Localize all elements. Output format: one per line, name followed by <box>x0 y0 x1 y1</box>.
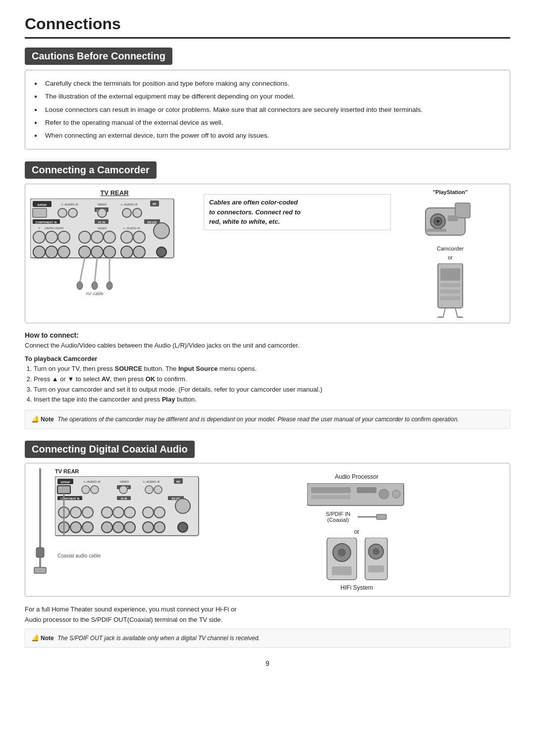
svg-point-12 <box>68 208 77 217</box>
coaxial-diagram: TV REAR S/PDIF L–AUDIO–R VIDEO L–AUDIO–R… <box>30 468 505 591</box>
svg-text:Y: Y <box>38 227 40 230</box>
svg-rect-61 <box>440 283 460 287</box>
svg-point-98 <box>113 507 124 518</box>
svg-point-111 <box>178 522 188 532</box>
svg-point-104 <box>70 522 81 533</box>
svg-point-106 <box>102 522 112 533</box>
svg-text:S/PDIF: S/PDIF <box>60 480 70 483</box>
svg-text:AV cable: AV cable <box>86 291 103 296</box>
svg-rect-69 <box>36 548 44 557</box>
svg-point-110 <box>154 522 165 533</box>
svg-point-97 <box>102 507 112 518</box>
svg-rect-63 <box>440 296 460 300</box>
svg-point-30 <box>79 231 91 243</box>
svg-text:COMPONENT IN: COMPONENT IN <box>60 497 80 500</box>
caution-item-1: Carefully check the terminals for positi… <box>34 77 501 90</box>
svg-point-29 <box>58 231 70 243</box>
svg-text:L–AUDIO–R: L–AUDIO–R <box>123 227 140 230</box>
caution-item-5: When connecting an external device, turn… <box>34 129 501 142</box>
svg-point-118 <box>379 489 389 499</box>
page-title: Connections <box>25 15 510 39</box>
note-icon: 🔔 <box>31 415 39 423</box>
svg-point-14 <box>122 208 131 217</box>
svg-point-27 <box>33 231 45 243</box>
camcorder-diagram-box: TV REAR S/PDIF L–AUDIO–R VIDEO L–AUDIO–R… <box>25 184 510 323</box>
coaxial-note-text: The S/PDIF OUT jack is available only wh… <box>57 635 260 642</box>
svg-text:VIDEO: VIDEO <box>98 227 107 230</box>
svg-text:L–AUDIO–R: L–AUDIO–R <box>61 203 78 206</box>
camcorder-diagram: TV REAR S/PDIF L–AUDIO–R VIDEO L–AUDIO–R… <box>30 189 505 318</box>
coaxial-cable-label: Coaxial audio cable <box>55 553 209 558</box>
camcorder-note-text: The operations of the camcorder may be d… <box>57 416 459 423</box>
svg-point-37 <box>46 246 57 258</box>
svg-rect-121 <box>376 514 386 519</box>
hifi-label: HIFi System <box>340 584 373 591</box>
svg-point-107 <box>113 522 124 533</box>
svg-text:AV IN: AV IN <box>98 221 105 224</box>
svg-point-42 <box>121 246 133 258</box>
svg-rect-114 <box>307 483 404 505</box>
svg-line-45 <box>80 258 85 283</box>
svg-rect-71 <box>34 567 46 573</box>
svg-point-13 <box>98 208 107 217</box>
svg-rect-60 <box>440 268 460 281</box>
svg-point-95 <box>70 507 81 518</box>
svg-point-87 <box>154 486 162 494</box>
coaxial-cable-svg <box>30 468 50 577</box>
svg-text:VIDEO: VIDEO <box>120 480 129 483</box>
svg-point-56 <box>436 220 439 223</box>
playback-heading: To playback Camcorder <box>25 355 510 362</box>
svg-point-48 <box>77 282 83 290</box>
svg-rect-116 <box>311 495 351 499</box>
playstation-label: "PlayStation" <box>433 189 468 195</box>
connector-svg <box>358 512 387 522</box>
svg-point-86 <box>145 486 153 494</box>
speaker-left-svg <box>324 538 359 582</box>
svg-point-41 <box>104 246 115 258</box>
svg-text:AV IN: AV IN <box>121 497 127 500</box>
svg-rect-53 <box>455 203 470 218</box>
tv-rear-svg: S/PDIF L–AUDIO–R VIDEO L–AUDIO–R RF AV O… <box>30 199 179 298</box>
camcorder-note-box: 🔔Note The operations of the camcorder ma… <box>25 410 510 429</box>
svg-rect-62 <box>440 290 460 294</box>
how-to-connect-text: Connect the Audio/Video cables between t… <box>25 341 510 351</box>
svg-point-85 <box>119 486 127 494</box>
svg-point-119 <box>392 490 400 498</box>
spdif-coaxial-text: (Coaxial) <box>326 517 351 523</box>
audio-processor-label: Audio Processor <box>335 473 378 480</box>
color-note-text: Cables are often color-codedto connector… <box>209 199 301 225</box>
svg-text:CR/PR: CR/PR <box>54 227 64 230</box>
svg-point-105 <box>82 522 93 533</box>
playback-step-1: Turn on your TV, then press SOURCE butto… <box>34 364 510 374</box>
svg-rect-57 <box>448 215 458 221</box>
color-note: Cables are often color-codedto connector… <box>204 194 391 230</box>
svg-point-124 <box>338 549 346 556</box>
svg-point-39 <box>79 246 91 258</box>
camcorder-right: "PlayStation" Camcorder or <box>396 189 505 318</box>
svg-text:L–AUDIO–R: L–AUDIO–R <box>143 480 160 483</box>
coaxial-header: Connecting Digital Coaxial Audio <box>25 441 195 458</box>
playback-steps: Turn on your TV, then press SOURCE butto… <box>25 364 510 405</box>
svg-line-65 <box>455 308 458 318</box>
svg-point-49 <box>92 282 98 290</box>
svg-point-32 <box>104 231 115 243</box>
svg-point-35 <box>154 223 169 239</box>
svg-rect-117 <box>357 487 376 493</box>
svg-text:L–AUDIO–R: L–AUDIO–R <box>84 480 101 483</box>
svg-rect-129 <box>368 565 384 572</box>
svg-text:RF: RF <box>176 480 180 483</box>
svg-point-44 <box>157 247 166 257</box>
coaxial-right-panel: Audio Processor S/PDIF IN (Coaxial) <box>209 468 505 591</box>
svg-text:S/PDIF: S/PDIF <box>37 203 47 206</box>
or-label-coaxial: or <box>354 528 360 535</box>
tv-rear-label: TV REAR <box>30 189 199 197</box>
svg-rect-58 <box>427 229 446 232</box>
cautions-list: Carefully check the terminals for positi… <box>34 77 501 142</box>
svg-point-40 <box>91 246 103 258</box>
svg-rect-10 <box>33 208 47 217</box>
svg-point-15 <box>133 208 142 217</box>
svg-point-11 <box>58 208 67 217</box>
coaxial-diagram-box: TV REAR S/PDIF L–AUDIO–R VIDEO L–AUDIO–R… <box>25 463 510 597</box>
camcorder-middle: Cables are often color-codedto connector… <box>199 189 396 318</box>
svg-point-109 <box>143 522 154 533</box>
